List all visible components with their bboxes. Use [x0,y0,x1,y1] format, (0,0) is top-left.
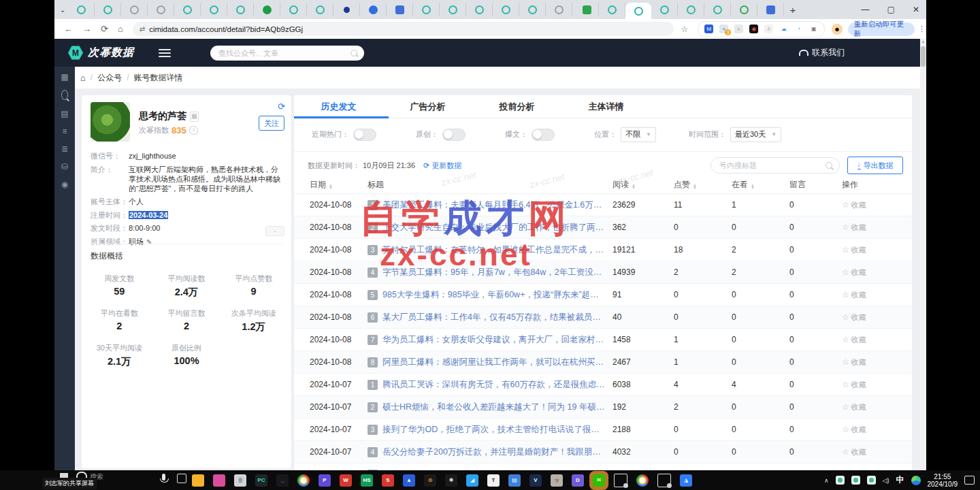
taskbar-app-icon[interactable]: _ [276,474,289,487]
taskbar-app-icon[interactable]: ◮ [680,474,692,487]
article-title-link[interactable]: 上交大学研究生自白：毕业后找大厂的工作，也折腾了两年，如… [382,222,607,233]
sidebar-article-icon[interactable]: ▤ [61,109,68,118]
tray-browser-icon[interactable] [911,476,921,485]
browser-profile-avatar[interactable]: ☻ [832,24,842,35]
tray-wecom-icon[interactable] [851,476,860,485]
browser-tab[interactable] [546,3,572,16]
tray-expand-icon[interactable]: ∧ [824,477,829,484]
table-column-header[interactable]: 操作 [842,179,912,191]
tray-wechat-icon[interactable] [836,476,845,485]
reload-button[interactable]: ⟳ [101,24,108,34]
collapsed-select[interactable]: ⌄ [265,226,284,236]
microphone-icon[interactable] [162,474,165,480]
breadcrumb-item-gzh[interactable]: 公众号 [97,72,122,84]
page-scrollbar[interactable]: ▲ [920,39,926,470]
favorite-button[interactable]: ☆收藏 [842,245,912,255]
browser-tab[interactable] [307,3,333,16]
article-title-link[interactable]: 某大厂员工爆料：工作4年，仅有45万存款，结果被裁员，几个月都找不到工… [382,312,607,323]
article-title-link[interactable]: 腾讯员工哭诉：深圳有房无贷，有60万存款，还是很焦虑，能找到30w的安稳… [382,379,607,391]
taskbar-app-icon[interactable]: P [318,474,331,487]
main-tab[interactable]: 广告分析 [383,95,472,118]
sort-icon[interactable]: ▲▼ [751,184,755,189]
taskbar-app-icon[interactable]: PC [255,474,267,487]
browser-tab[interactable] [678,3,704,16]
browser-tab[interactable] [651,3,678,16]
follow-button[interactable]: 关注 [259,116,284,131]
taskbar-app-icon[interactable]: ▲ [403,474,415,487]
main-tab[interactable]: 主体详情 [561,95,651,118]
favorite-button[interactable]: ☆收藏 [842,357,912,368]
header-search-input[interactable] [217,48,350,58]
window-restore-button[interactable]: ▢ [887,5,895,14]
new-tab-button[interactable]: + [789,4,796,16]
browser-tab[interactable] [493,3,519,16]
browser-tab[interactable] [174,3,201,16]
site-settings-icon[interactable]: ⇄ [140,25,144,33]
hamburger-menu-icon[interactable] [159,47,171,59]
taskbar-app-icon[interactable] [657,474,671,487]
browser-tab[interactable] [599,3,625,16]
sort-icon[interactable]: ▲▼ [632,184,636,189]
browser-tab[interactable] [519,3,546,16]
taskbar-app-icon[interactable]: ✉ [593,474,605,487]
taskbar-app-icon[interactable] [192,474,204,487]
browser-tab[interactable] [466,3,493,16]
bookmark-star-icon[interactable]: ☆ [681,24,688,34]
select-box[interactable]: 最近30天▼ [730,127,781,142]
taskbar-app-icon[interactable]: ▤ [508,474,521,487]
taskbar-app-icon[interactable]: D [572,474,584,487]
title-search-input[interactable] [718,161,826,170]
extension-icon[interactable]: ∧ [764,24,773,33]
main-tab[interactable]: 历史发文 [294,95,383,118]
favorite-button[interactable]: ☆收藏 [842,223,912,233]
extension-icon[interactable]: ◗ [734,24,743,33]
taskbar-app-icon[interactable] [213,474,225,487]
header-search-box[interactable] [210,46,364,61]
taskbar-app-icon[interactable] [297,474,310,487]
article-title-link[interactable]: 985大学生爆料：985毕业，年薪60w+，投递“胖东来”超市，连简历初筛都没… [382,289,607,301]
extension-icon[interactable]: ◔ [794,24,803,33]
sidebar-rank-icon[interactable]: ≣ [61,144,68,153]
scrollbar-up-arrow[interactable]: ▲ [920,39,926,45]
taskbar-app-icon[interactable]: ≣ [234,474,246,487]
window-close-button[interactable]: ✕ [913,5,919,14]
select-box[interactable]: 不限▼ [621,127,656,142]
favorite-button[interactable]: ☆收藏 [842,425,912,435]
table-column-header[interactable]: 留言 [789,179,842,191]
favorite-button[interactable]: ☆收藏 [842,200,912,210]
article-title-link[interactable]: 美团某员工爆料：夫妻俩人每月到手6.4万，公积金1.6万，背着房贷，工作累… [382,199,607,211]
taskbar-app-icon[interactable]: ◢ [466,474,478,487]
sidebar-dashboard-icon[interactable]: ▦ [61,72,68,81]
sort-icon[interactable]: ▲▼ [329,184,333,189]
export-data-button[interactable]: ↓ 导出数据 [847,157,903,174]
back-button[interactable]: ← [64,24,73,34]
article-title-link[interactable]: 硕士HR烦恼，和老公收入差距越来越大了！同为 19 年硕士，如今我税前 20 … [382,402,607,413]
info-icon[interactable]: ? [189,126,198,135]
window-minimize-button[interactable]: — [862,5,870,14]
ime-indicator[interactable]: 中 [896,474,904,486]
favorite-button[interactable]: ☆收藏 [842,380,912,390]
browser-tab[interactable] [280,3,307,16]
browser-tab[interactable] [121,3,148,16]
refresh-account-icon[interactable]: ⟳ [278,101,285,112]
volume-icon[interactable]: ◁) [883,477,889,484]
browser-tab[interactable] [572,3,599,16]
site-logo[interactable]: M 次幂数据 [68,46,134,61]
contact-us-link[interactable]: 联系我们 [799,47,845,59]
home-button[interactable]: ⌂ [118,24,123,34]
table-column-header[interactable]: 点赞▲▼ [674,179,732,191]
notification-center-icon[interactable] [964,476,975,485]
table-column-header[interactable]: 日期▲▼ [310,179,368,191]
taskbar-app-icon[interactable] [614,474,627,487]
taskbar-app-icon[interactable]: HS [361,474,373,487]
toggle-switch[interactable] [353,129,376,141]
sidebar-cart-icon[interactable]: ⛁ [61,162,68,171]
article-title-link[interactable]: 岳父分给妻子200万拆迁款，并注明是婚前财产！我跟朋友抱怨了几句，结果… [382,446,607,458]
taskbar-app-icon[interactable] [636,474,649,487]
article-title-link[interactable]: 华为员工爆料：女朋友听父母建议，离开大厂，回老家村里当老师，月薪1500… [382,334,607,346]
favorite-button[interactable]: ☆收藏 [842,290,912,300]
task-view-icon[interactable] [177,474,186,483]
browser-tab[interactable] [148,3,174,16]
tray-chat-icon[interactable] [867,476,876,485]
taskbar-app-icon[interactable]: W [340,474,352,487]
